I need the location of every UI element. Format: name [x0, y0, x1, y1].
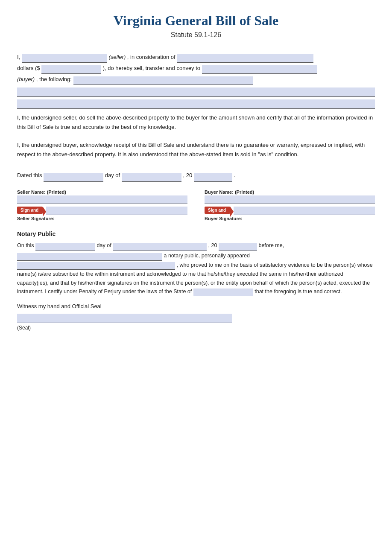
document-subtitle: Statute 59.1-126: [17, 31, 375, 39]
notary-person-name-field[interactable]: [17, 262, 175, 270]
day-of-label: day of: [105, 172, 120, 178]
buyer-sign-btn-label: Sign and: [208, 208, 226, 213]
seller-name-printed-field[interactable]: [17, 195, 187, 204]
year-prefix-label: , 20: [183, 172, 192, 178]
notary-date-line: On this day of , 20 before me,: [17, 241, 375, 251]
date-year-field[interactable]: [194, 173, 232, 182]
intro-section: I, (seller) , in consideration of dollar…: [17, 52, 375, 109]
buyer-ack-text: I, the undersigned buyer, acknowledge re…: [17, 142, 365, 157]
notary-title: Notary Public: [17, 230, 375, 237]
seller-label: (seller): [108, 54, 126, 60]
notary-year-field[interactable]: [219, 243, 257, 251]
buyer-sign-button[interactable]: Sign and: [205, 207, 230, 214]
consideration-amount-words[interactable]: [177, 54, 313, 63]
notary-before-me: before me,: [258, 242, 284, 248]
buyer-sig-row: Sign and: [205, 207, 375, 215]
seller-sig-row: Sign and: [17, 207, 187, 215]
seller-cert-text: I, the undersigned seller, do sell the a…: [17, 114, 373, 130]
notary-public-label: a notary public, personally appeared: [164, 253, 250, 259]
date-day-field[interactable]: [44, 173, 103, 182]
buyer-name-printed-field[interactable]: [205, 195, 375, 204]
buyer-sig-col: Buyer Name: (Printed) Sign and Buyer Sig…: [205, 189, 375, 222]
seller-sign-button[interactable]: Sign and: [17, 207, 43, 214]
intro-i: I,: [17, 54, 20, 60]
signature-section: Seller Name: (Printed) Sign and Seller S…: [17, 189, 375, 222]
notary-month-field[interactable]: [113, 243, 207, 251]
buyer-name-printed-label: Buyer Name: (Printed): [205, 189, 375, 195]
intro-convey: ), do hereby sell, transfer and convey t…: [103, 65, 200, 71]
buyer-acknowledgment-paragraph: I, the undersigned buyer, acknowledge re…: [17, 140, 375, 159]
consideration-amount-num[interactable]: [41, 65, 101, 74]
buyer-name-intro-field[interactable]: [202, 65, 317, 74]
notary-section: On this day of , 20 before me, a notary …: [17, 241, 375, 296]
date-month-field[interactable]: [122, 173, 181, 182]
notary-year-prefix: , 20: [208, 242, 217, 248]
description-line-2[interactable]: [17, 99, 375, 109]
seller-sig-col: Seller Name: (Printed) Sign and Seller S…: [17, 189, 187, 222]
notary-day-field[interactable]: [35, 243, 95, 251]
description-fields: [17, 87, 375, 109]
buyer-sig-field[interactable]: [234, 207, 375, 215]
description-line-1[interactable]: [17, 87, 375, 97]
seller-name-printed-label: Seller Name: (Printed): [17, 189, 187, 195]
intro-consideration: , in consideration of: [127, 54, 176, 60]
notary-on-this: On this: [17, 242, 34, 248]
dated-this-label: Dated this: [17, 172, 42, 178]
intro-following: , the following:: [36, 76, 72, 82]
seller-name-field[interactable]: [22, 54, 107, 63]
period-label: .: [234, 172, 235, 178]
notary-appeared-person-line: , who proved to me on the basis of satis…: [17, 261, 375, 296]
document-title: Virginia General Bill of Sale: [17, 13, 375, 29]
seller-certification-paragraph: I, the undersigned seller, do sell the a…: [17, 113, 375, 132]
notary-state-field[interactable]: [193, 289, 253, 296]
notary-day-of: day of: [97, 242, 111, 248]
seal-field[interactable]: [17, 314, 232, 323]
buyer-label: (buyer): [17, 76, 35, 82]
notary-appeared-name-field[interactable]: [17, 253, 162, 261]
seller-sig-field[interactable]: [46, 207, 187, 215]
seal-label: (Seal): [17, 325, 375, 331]
witness-label: Witness my hand and Official Seal: [17, 303, 375, 309]
seller-sign-btn-label: Sign and: [20, 208, 38, 213]
dollars-label: dollars ($: [17, 65, 40, 71]
item-description-inline[interactable]: [73, 76, 253, 85]
notary-true-correct: that the foregoing is true and correct.: [255, 289, 342, 294]
date-section: Dated this day of , 20 .: [17, 169, 375, 182]
notary-appeared-line: a notary public, personally appeared: [17, 251, 375, 261]
